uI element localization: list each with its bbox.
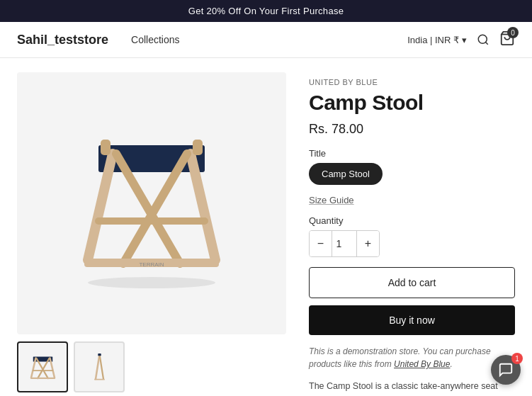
svg-text:TERRAIN: TERRAIN (139, 261, 164, 268)
quantity-control: − + (309, 230, 380, 257)
logo[interactable]: Sahil_teststore (17, 33, 108, 47)
chat-badge: 1 (511, 353, 523, 364)
quantity-input[interactable] (332, 231, 357, 256)
svg-point-13 (88, 277, 215, 288)
product-price: Rs. 78.00 (309, 122, 515, 137)
announcement-text: Get 20% Off On Your First Purchase (188, 6, 344, 16)
cart-icon[interactable]: 0 (499, 30, 515, 49)
svg-point-0 (478, 35, 487, 43)
region-selector[interactable]: India | INR ₹ ▾ (407, 35, 467, 45)
header-actions: India | INR ₹ ▾ 0 (407, 30, 515, 49)
svg-rect-24 (98, 353, 101, 356)
product-images: TERRAIN (17, 72, 286, 396)
nav-collections[interactable]: Collections (131, 34, 179, 45)
brand-name: UNITED BY BLUE (309, 78, 515, 86)
size-guide-link[interactable]: Size Guide (309, 195, 515, 205)
thumbnail-row (17, 341, 286, 392)
product-title: Camp Stool (309, 91, 515, 115)
announcement-bar: Get 20% Off On Your First Purchase (0, 0, 532, 22)
cart-badge: 0 (507, 27, 519, 38)
chevron-down-icon: ▾ (462, 35, 467, 45)
svg-line-1 (485, 42, 487, 44)
svg-rect-20 (30, 377, 55, 378)
demo-note: This is a demonstration store. You can p… (309, 345, 515, 370)
header: Sahil_teststore Collections India | INR … (0, 22, 532, 58)
thumbnail-2[interactable] (74, 341, 125, 392)
quantity-increase-button[interactable]: + (357, 231, 379, 256)
main-content: TERRAIN (0, 58, 532, 396)
add-to-cart-button[interactable]: Add to cart (309, 267, 515, 298)
title-label: Title (309, 148, 515, 159)
product-details: UNITED BY BLUE Camp Stool Rs. 78.00 Titl… (309, 72, 515, 396)
thumbnail-1[interactable] (17, 341, 68, 392)
svg-rect-11 (193, 140, 203, 155)
chat-widget[interactable]: 1 (491, 355, 521, 385)
region-text: India | INR ₹ (407, 35, 459, 45)
quantity-label: Quantity (309, 215, 515, 226)
svg-rect-23 (94, 378, 105, 380)
title-option-button[interactable]: Camp Stool (309, 163, 383, 185)
svg-line-21 (96, 354, 100, 379)
main-product-image: TERRAIN (17, 72, 286, 334)
search-icon[interactable] (475, 32, 491, 47)
quantity-decrease-button[interactable]: − (310, 231, 332, 256)
svg-line-22 (99, 354, 103, 379)
demo-link[interactable]: United By Blue (394, 359, 450, 369)
main-nav: Collections (131, 34, 407, 45)
product-description: The Camp Stool is a classic take-anywher… (309, 379, 515, 396)
buy-now-button[interactable]: Buy it now (309, 305, 515, 335)
svg-rect-10 (101, 140, 111, 155)
